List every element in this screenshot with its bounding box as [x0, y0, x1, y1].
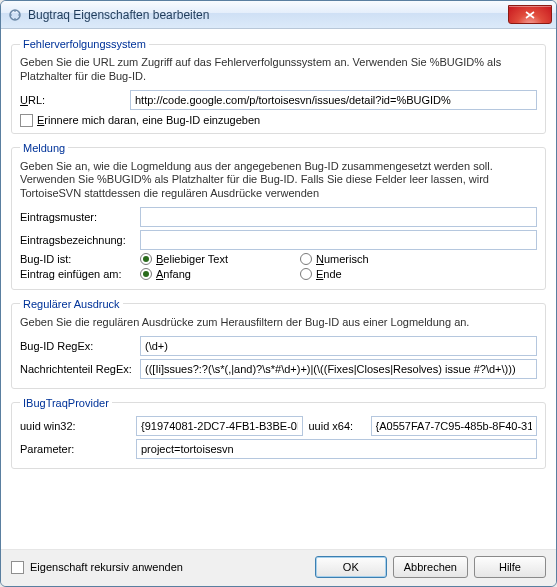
url-label: URL:	[20, 94, 130, 106]
group-regex: Regulärer Ausdruck Geben Sie die regulär…	[11, 298, 546, 389]
titlebar: Bugtraq Eigenschaften bearbeiten	[1, 1, 556, 29]
bugid-regex-label: Bug-ID RegEx:	[20, 340, 140, 352]
url-input[interactable]	[130, 90, 537, 110]
radio-icon	[300, 268, 312, 280]
uuid64-input[interactable]	[371, 416, 538, 436]
radio-start[interactable]: Anfang	[140, 268, 300, 280]
uuid64-label: uuid x64:	[309, 420, 365, 432]
ok-button[interactable]: OK	[315, 556, 387, 578]
close-button[interactable]	[508, 5, 552, 24]
remind-checkbox[interactable]	[20, 114, 33, 127]
cancel-button[interactable]: Abbrechen	[393, 556, 468, 578]
group-tracker-legend: Fehlerverfolgungssystem	[20, 38, 149, 50]
window-title: Bugtraq Eigenschaften bearbeiten	[28, 8, 508, 22]
tracker-desc: Geben Sie die URL zum Zugriff auf das Fe…	[20, 56, 537, 84]
entry-label-input[interactable]	[140, 230, 537, 250]
remind-label: Erinnere mich daran, eine Bug-ID einzuge…	[37, 114, 260, 126]
msgpart-regex-label: Nachrichtenteil RegEx:	[20, 363, 140, 375]
group-tracker: Fehlerverfolgungssystem Geben Sie die UR…	[11, 38, 546, 134]
group-message: Meldung Geben Sie an, wie die Logmeldung…	[11, 142, 546, 290]
close-icon	[525, 11, 535, 19]
radio-any-text[interactable]: Beliebiger Text	[140, 253, 300, 265]
uuid32-input[interactable]	[136, 416, 303, 436]
radio-icon	[140, 268, 152, 280]
insert-at-label: Eintrag einfügen am:	[20, 268, 140, 280]
group-provider-legend: IBugTraqProvider	[20, 397, 112, 409]
app-icon	[7, 7, 23, 23]
entry-pattern-input[interactable]	[140, 207, 537, 227]
param-label: Parameter:	[20, 443, 130, 455]
entry-pattern-label: Eintragsmuster:	[20, 211, 140, 223]
message-desc: Geben Sie an, wie die Logmeldung aus der…	[20, 160, 537, 201]
group-regex-legend: Regulärer Ausdruck	[20, 298, 123, 310]
regex-desc: Geben Sie die regulären Ausdrücke zum He…	[20, 316, 537, 330]
recursive-label: Eigenschaft rekursiv anwenden	[30, 561, 183, 573]
group-provider: IBugTraqProvider uuid win32: uuid x64: P…	[11, 397, 546, 469]
radio-end[interactable]: Ende	[300, 268, 342, 280]
radio-icon	[140, 253, 152, 265]
group-message-legend: Meldung	[20, 142, 68, 154]
help-button[interactable]: Hilfe	[474, 556, 546, 578]
param-input[interactable]	[136, 439, 537, 459]
radio-icon	[300, 253, 312, 265]
uuid32-label: uuid win32:	[20, 420, 130, 432]
entry-label-label: Eintragsbezeichnung:	[20, 234, 140, 246]
dialog-buttons: Eigenschaft rekursiv anwenden OK Abbrech…	[1, 549, 556, 586]
bugid-is-label: Bug-ID ist:	[20, 253, 140, 265]
recursive-checkbox[interactable]	[11, 561, 24, 574]
bugid-regex-input[interactable]	[140, 336, 537, 356]
msgpart-regex-input[interactable]	[140, 359, 537, 379]
radio-numeric[interactable]: Numerisch	[300, 253, 369, 265]
